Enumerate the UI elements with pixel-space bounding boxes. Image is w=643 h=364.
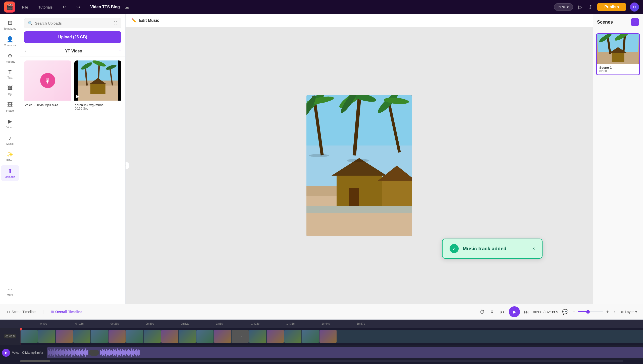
- current-time: 00:00: [533, 310, 543, 314]
- sidebar-label-more: More: [7, 293, 13, 296]
- scrollbar-thumb[interactable]: [20, 360, 50, 362]
- zoom-slider-thumb[interactable]: [586, 310, 590, 314]
- zoom-chevron-icon: ▾: [567, 5, 569, 9]
- folder-name: YT Video: [31, 49, 116, 53]
- project-title: Video TTS Blog: [90, 5, 120, 9]
- file-card-audio[interactable]: 🎙 Voice - Olivia.Mp3.M4a: [24, 60, 71, 112]
- ruler-0m0s: 0m0s: [40, 322, 75, 325]
- layer-btn[interactable]: ⧉ Layer ▾: [619, 309, 639, 315]
- property-icon: ⚙: [8, 53, 13, 59]
- tutorials-btn[interactable]: Tutorials: [35, 4, 56, 11]
- svg-rect-29: [382, 181, 412, 206]
- video-track-row: 02:08.5 ···: [0, 328, 643, 345]
- ruler-1m57s: 1m57s: [357, 322, 392, 325]
- captions-btn[interactable]: 💬: [561, 308, 569, 316]
- redo-btn[interactable]: ↪: [73, 3, 83, 11]
- sidebar-item-more[interactable]: ··· More: [1, 283, 19, 299]
- templates-icon: ⊞: [8, 20, 12, 26]
- share-btn[interactable]: ⤴: [588, 3, 593, 12]
- zoom-in-btn[interactable]: +: [606, 309, 609, 315]
- layer-label: Layer: [625, 310, 634, 314]
- sidebar-item-uploads[interactable]: ⬆ Uploads: [1, 165, 19, 181]
- timeline-ruler: 0m0s 0m13s 0m26s 0m39s 0m52s 1m5s 1m18s …: [0, 320, 643, 328]
- cloud-icon: ☁: [125, 4, 129, 10]
- scene-timeline-tab[interactable]: ⊟ Scene Timeline: [4, 308, 39, 315]
- sidebar-label-character: Character: [4, 44, 16, 47]
- sidebar-item-music[interactable]: ♪ Music: [1, 132, 19, 148]
- topbar: 🎬 File Tutorials ↩ ↪ Video TTS Blog ☁ 50…: [0, 0, 643, 14]
- add-scene-button[interactable]: +: [631, 18, 639, 26]
- zoom-level: 50%: [558, 5, 565, 9]
- sidebar-item-bg[interactable]: 🖼 Bg: [1, 83, 19, 98]
- mic-btn[interactable]: 🎙: [489, 308, 496, 316]
- video-icon: ▶: [8, 118, 12, 125]
- video-preview: [306, 95, 412, 236]
- vt-thumb-2: [38, 330, 55, 343]
- mic-icon: 🎙: [40, 73, 55, 88]
- collapse-panel-btn[interactable]: ‹: [126, 162, 130, 170]
- scene-timeline-icon: ⊟: [7, 310, 10, 314]
- vt-thumb-6: [109, 330, 126, 343]
- audio-file-name: Voice - Olivia.Mp3.M4a: [25, 103, 71, 107]
- waveform-inner: ···: [47, 347, 643, 358]
- sidebar-item-text[interactable]: T Text: [1, 67, 19, 82]
- audio-waveform[interactable]: ···: [47, 347, 643, 358]
- svg-rect-31: [306, 206, 412, 213]
- play-button[interactable]: ▶: [509, 306, 520, 317]
- zoom-control[interactable]: 50% ▾: [554, 3, 573, 11]
- video-track-content[interactable]: ···: [20, 328, 643, 345]
- video-track-bar: ···: [20, 330, 643, 343]
- sidebar-label-effect: Effect: [7, 159, 14, 162]
- expand-btn[interactable]: ⛶: [114, 21, 118, 26]
- skip-forward-btn[interactable]: ⏭: [523, 308, 530, 316]
- scene-card-1[interactable]: Scene 1 02:08.5: [596, 33, 640, 75]
- sidebar-item-character[interactable]: 👤 Character: [1, 34, 19, 49]
- image-icon: 🖼: [7, 102, 13, 108]
- toast-close-btn[interactable]: ×: [532, 246, 535, 251]
- undo-btn[interactable]: ↩: [60, 3, 69, 11]
- upload-button[interactable]: Upload (25 GB): [24, 31, 121, 43]
- sidebar-item-property[interactable]: ⚙ Property: [1, 50, 19, 66]
- overall-timeline-tab[interactable]: ⊞ Overall Timeline: [48, 308, 85, 315]
- vt-thumb-17: [302, 330, 319, 343]
- edit-music-bar: ✏️ Edit Music: [126, 14, 593, 27]
- character-icon: 👤: [7, 36, 13, 43]
- vt-thumb-16: [284, 330, 301, 343]
- publish-button[interactable]: Publish: [597, 3, 626, 11]
- avatar[interactable]: U: [630, 3, 639, 12]
- back-button[interactable]: ←: [24, 48, 29, 54]
- search-input[interactable]: [35, 21, 112, 25]
- video-file-name: gercn0p77xg2mbhc: [75, 103, 121, 107]
- ruler-1m18s: 1m18s: [251, 322, 286, 325]
- sidebar-item-image[interactable]: 🖼 Image: [1, 99, 19, 115]
- ruler-1m31s: 1m31s: [286, 322, 322, 325]
- ruler-0m26s: 0m26s: [111, 322, 146, 325]
- record-btn[interactable]: ⏱: [479, 308, 486, 316]
- toast-check-icon: ✓: [450, 244, 459, 253]
- preview-btn[interactable]: ▷: [577, 3, 584, 12]
- sidebar-item-video[interactable]: ▶ Video: [1, 116, 19, 131]
- audio-play-btn[interactable]: ▶: [2, 349, 10, 357]
- ruler-0m52s: 0m52s: [181, 322, 216, 325]
- text-icon: T: [8, 69, 11, 75]
- vt-thumb-9: [161, 330, 178, 343]
- file-info-audio: Voice - Olivia.Mp3.M4a: [24, 101, 71, 108]
- file-menu-btn[interactable]: File: [19, 4, 31, 11]
- svg-point-33: [347, 159, 369, 162]
- upload-panel-header: 🔍 ⛶ Upload (25 GB): [20, 14, 125, 46]
- vt-thumb-4: [73, 330, 90, 343]
- skip-back-btn[interactable]: ⏮: [499, 308, 506, 316]
- sidebar-item-templates[interactable]: ⊞ Templates: [1, 17, 19, 33]
- zoom-slider-track[interactable]: [578, 311, 603, 312]
- sidebar-item-effect[interactable]: ✨ Effect: [1, 149, 19, 164]
- time-display: 00:00 / 02:08.5: [533, 310, 558, 314]
- ruler-1m5s: 1m5s: [216, 322, 251, 325]
- sidebar-label-music: Music: [6, 142, 14, 145]
- zoom-out-btn[interactable]: −: [572, 309, 575, 315]
- add-folder-button[interactable]: +: [119, 48, 121, 54]
- scene-info-1: Scene 1 02:08.5: [597, 64, 639, 75]
- scene-name-1: Scene 1: [599, 66, 637, 69]
- timeline-scrollbar[interactable]: [20, 360, 623, 362]
- fit-width-icon[interactable]: ↔: [612, 310, 616, 314]
- file-card-video[interactable]: ▶ gercn0p77xg2mbhc 00:59 Sec: [74, 60, 122, 112]
